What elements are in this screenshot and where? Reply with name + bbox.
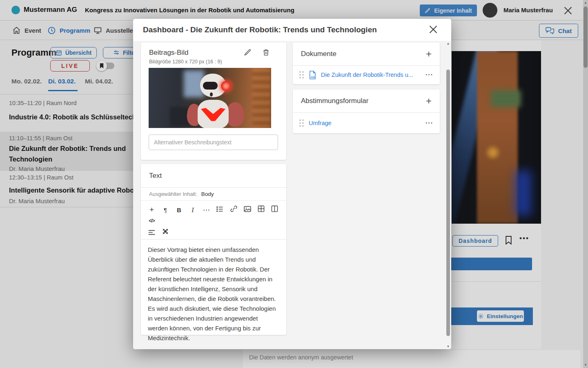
more-icon[interactable]: ⋯ bbox=[201, 205, 212, 215]
image-icon[interactable] bbox=[242, 204, 253, 214]
alt-text-input[interactable] bbox=[149, 135, 278, 150]
pencil-icon bbox=[243, 48, 252, 56]
pdf-icon: PDF bbox=[309, 71, 316, 79]
close-icon bbox=[429, 25, 438, 34]
document-link[interactable]: Die Zukunft der Robotik-Trends u... bbox=[321, 72, 421, 78]
selected-content-row: Ausgewählter Inhalt: Body bbox=[141, 188, 286, 201]
image-size-info: Bildgröße 1280 x 720 px (16 : 9) bbox=[149, 59, 222, 65]
modal-header: Dashboard - Die Zukunft der Robotik: Tre… bbox=[133, 19, 451, 41]
survey-link[interactable]: Umfrage bbox=[309, 120, 421, 126]
voting-row[interactable]: Umfrage ··· bbox=[293, 113, 440, 133]
modal-scrollbar[interactable]: ▲ ▼ bbox=[445, 42, 451, 348]
trash-icon bbox=[262, 48, 270, 56]
drag-handle-icon[interactable] bbox=[299, 71, 304, 79]
drag-handle-icon[interactable] bbox=[299, 119, 304, 127]
delete-image-button[interactable] bbox=[262, 48, 270, 56]
dashboard-modal: Dashboard - Die Zukunft der Robotik: Tre… bbox=[133, 19, 451, 349]
link-icon[interactable] bbox=[228, 204, 239, 213]
code-icon[interactable]: </> bbox=[146, 216, 157, 226]
document-more-icon[interactable]: ··· bbox=[425, 71, 433, 79]
text-card: Text Ausgewählter Inhalt: Body + ¶ B I ⋯ bbox=[141, 164, 286, 335]
add-icon[interactable]: + bbox=[146, 205, 157, 215]
table-icon[interactable] bbox=[256, 204, 267, 213]
svg-text:PDF: PDF bbox=[311, 76, 316, 79]
paragraph-icon[interactable]: ¶ bbox=[160, 205, 171, 215]
app-window: Mustermann AG Kongress zu Innovativen Lö… bbox=[0, 0, 588, 368]
text-card-title: Text bbox=[141, 164, 286, 188]
bold-icon[interactable]: B bbox=[174, 205, 185, 215]
text-body[interactable]: Dieser Vortrag bietet einen umfassenden … bbox=[141, 240, 286, 348]
survey-more-icon[interactable]: ··· bbox=[425, 119, 433, 127]
editor-toolbar: + ¶ B I ⋯ bbox=[141, 201, 286, 240]
selected-content-value[interactable]: Body bbox=[201, 191, 214, 197]
add-voting-icon[interactable]: + bbox=[426, 97, 432, 105]
edit-image-button[interactable] bbox=[243, 48, 252, 56]
documents-card: Dokumente + PDF Die Zukunft der Robotik-… bbox=[293, 43, 440, 84]
modal-title: Dashboard - Die Zukunft der Robotik: Tre… bbox=[143, 25, 377, 34]
bullet-list-icon[interactable] bbox=[214, 204, 225, 214]
add-document-icon[interactable]: + bbox=[426, 50, 432, 58]
modal-close-button[interactable] bbox=[429, 25, 438, 35]
modal-body: Beitrags-Bild Bildgröße 1280 x 720 px (1… bbox=[133, 41, 451, 349]
collapse-icon[interactable] bbox=[160, 227, 171, 236]
voting-card-title: Abstimmungsformular bbox=[301, 97, 368, 105]
scroll-down-icon[interactable]: ▼ bbox=[445, 345, 451, 348]
document-row[interactable]: PDF Die Zukunft der Robotik-Trends u... … bbox=[293, 66, 440, 84]
image-card-title: Beitrags-Bild bbox=[149, 49, 188, 57]
italic-icon[interactable]: I bbox=[187, 205, 198, 215]
scroll-up-icon[interactable]: ▲ bbox=[445, 42, 451, 45]
voting-card: Abstimmungsformular + Umfrage ··· bbox=[293, 90, 440, 133]
post-image bbox=[149, 68, 271, 128]
image-card: Beitrags-Bild Bildgröße 1280 x 720 px (1… bbox=[141, 43, 286, 160]
documents-card-title: Dokumente bbox=[301, 50, 336, 58]
align-left-icon[interactable] bbox=[146, 227, 157, 237]
modal-scrollbar-thumb[interactable] bbox=[446, 70, 450, 336]
columns-icon[interactable] bbox=[269, 204, 280, 213]
